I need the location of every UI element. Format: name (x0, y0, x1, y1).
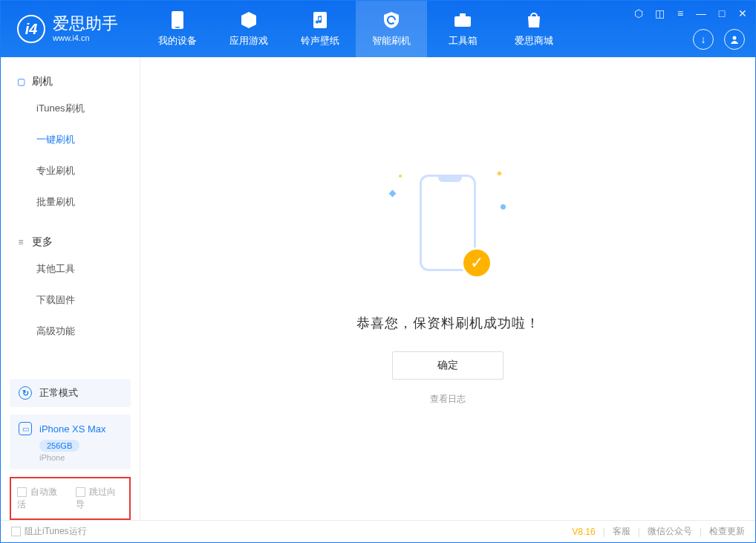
device-mode-card[interactable]: ↻ 正常模式 (10, 379, 131, 407)
device-icon: ▭ (19, 422, 32, 435)
sidebar-item-itunes-flash[interactable]: iTunes刷机 (1, 93, 140, 124)
device-storage: 256GB (39, 440, 79, 452)
success-message: 恭喜您，保资料刷机成功啦！ (356, 314, 540, 332)
tab-flash[interactable]: 智能刷机 (356, 1, 427, 57)
sidebar-item-other-tools[interactable]: 其他工具 (1, 253, 140, 284)
sidebar-item-download-firmware[interactable]: 下载固件 (1, 284, 140, 316)
mode-icon: ↻ (19, 386, 32, 400)
app-logo: i4 爱思助手 www.i4.cn (1, 15, 142, 43)
device-name: iPhone XS Max (39, 423, 106, 435)
success-illustration: ✓ (403, 169, 492, 287)
music-icon (310, 10, 330, 30)
app-name: 爱思助手 (53, 16, 118, 32)
device-type: iPhone (39, 453, 122, 462)
auto-activate-checkbox[interactable]: 自动激活 (17, 486, 65, 511)
tab-store[interactable]: 爱思商城 (498, 1, 570, 57)
footer-link-update[interactable]: 检查更新 (709, 525, 745, 538)
sidebar: ▢刷机 iTunes刷机 一键刷机 专业刷机 批量刷机 ≡更多 其他工具 下载固… (1, 57, 140, 520)
toolbox-icon (453, 10, 472, 30)
refresh-shield-icon (382, 10, 401, 30)
version-label: V8.16 (572, 527, 595, 537)
block-itunes-checkbox[interactable]: 阻止iTunes运行 (11, 525, 87, 538)
sidebar-item-oneclick-flash[interactable]: 一键刷机 (1, 124, 140, 155)
phone-icon (168, 10, 187, 30)
svg-rect-2 (313, 12, 327, 28)
svg-rect-0 (172, 11, 183, 29)
download-button[interactable]: ↓ (693, 29, 714, 50)
bag-icon (524, 10, 544, 30)
account-button[interactable] (724, 29, 745, 50)
footer-link-wechat[interactable]: 微信公众号 (648, 525, 692, 538)
tab-ringtone[interactable]: 铃声壁纸 (284, 1, 356, 57)
footer-link-support[interactable]: 客服 (613, 525, 630, 538)
maximize-button[interactable]: □ (714, 5, 730, 22)
title-bar: i4 爱思助手 www.i4.cn 我的设备 应用游戏 铃声壁纸 智能刷机 工具… (1, 1, 755, 57)
ok-button[interactable]: 确定 (392, 351, 504, 380)
checkmark-badge-icon: ✓ (461, 247, 492, 279)
tab-toolbox[interactable]: 工具箱 (427, 1, 498, 57)
flash-options-box: 自动激活 跳过向导 (10, 477, 131, 520)
app-url: www.i4.cn (53, 33, 118, 42)
skip-guide-checkbox[interactable]: 跳过向导 (76, 486, 124, 511)
svg-point-5 (733, 36, 737, 40)
window-controls: ⬡ ◫ ≡ ― □ ✕ (630, 5, 751, 22)
device-card[interactable]: ▭iPhone XS Max 256GB iPhone (10, 414, 131, 469)
sidebar-item-advanced[interactable]: 高级功能 (1, 316, 140, 347)
menu-icon[interactable]: ≡ (672, 5, 688, 22)
logo-icon: i4 (17, 15, 45, 43)
header-actions: ↓ (693, 29, 745, 50)
tab-mydevice[interactable]: 我的设备 (142, 1, 213, 57)
phone-outline-icon: ▢ (16, 77, 26, 87)
sidebar-section-more: ≡更多 (1, 231, 140, 253)
mode-label: 正常模式 (39, 386, 78, 400)
view-log-link[interactable]: 查看日志 (430, 393, 466, 406)
sidebar-item-batch-flash[interactable]: 批量刷机 (1, 186, 140, 218)
svg-rect-4 (460, 13, 466, 17)
tab-apps[interactable]: 应用游戏 (213, 1, 284, 57)
list-icon: ≡ (16, 237, 26, 247)
close-button[interactable]: ✕ (734, 5, 751, 22)
main-tabs: 我的设备 应用游戏 铃声壁纸 智能刷机 工具箱 爱思商城 (142, 1, 570, 57)
minimize-button[interactable]: ― (693, 5, 709, 22)
shirt-icon[interactable]: ⬡ (630, 5, 647, 22)
svg-rect-3 (454, 16, 471, 27)
main-content: ✓ 恭喜您，保资料刷机成功啦！ 确定 查看日志 (140, 57, 755, 520)
cube-icon (239, 10, 258, 30)
status-bar: 阻止iTunes运行 V8.16 | 客服 | 微信公众号 | 检查更新 (1, 520, 755, 542)
sidebar-item-pro-flash[interactable]: 专业刷机 (1, 155, 140, 186)
svg-rect-1 (175, 27, 180, 28)
feedback-icon[interactable]: ◫ (651, 5, 668, 22)
sidebar-section-flash: ▢刷机 (1, 71, 140, 93)
